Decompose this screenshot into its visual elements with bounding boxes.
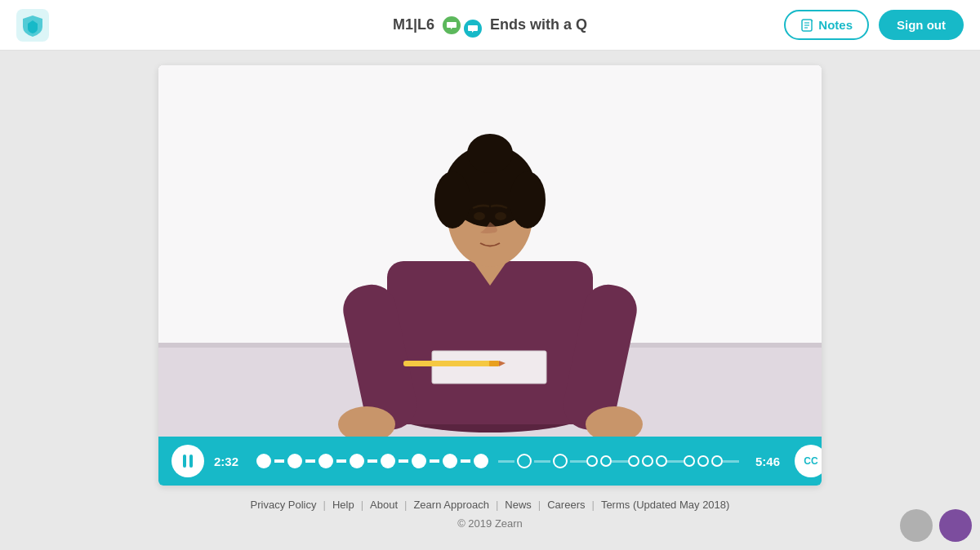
seg-3 bbox=[570, 460, 586, 463]
dot-connector-3 bbox=[336, 459, 346, 463]
dot-filled-4 bbox=[350, 454, 364, 468]
dot-filled-8 bbox=[474, 454, 488, 468]
dot-connector-6 bbox=[430, 459, 439, 463]
person-figure bbox=[158, 65, 822, 437]
pause-icon bbox=[183, 455, 193, 468]
seg-2 bbox=[534, 460, 550, 463]
signout-button[interactable]: Sign out bbox=[879, 10, 964, 40]
dot-connector-2 bbox=[305, 459, 315, 463]
lesson-code: M1|L6 bbox=[393, 16, 434, 33]
end-time: 5:46 bbox=[755, 455, 785, 468]
svg-point-19 bbox=[434, 171, 470, 228]
video-placeholder bbox=[158, 65, 822, 437]
seg-4 bbox=[612, 460, 628, 463]
empty-dot-1 bbox=[517, 454, 532, 468]
svg-rect-25 bbox=[489, 361, 499, 366]
footer-link-careers[interactable]: Careers bbox=[547, 499, 585, 511]
dot-filled-1 bbox=[256, 454, 271, 468]
dot-filled-3 bbox=[318, 454, 333, 468]
empty-dot-sm-1 bbox=[586, 455, 598, 467]
footer-sep-4: | bbox=[496, 499, 498, 511]
dot-connector-4 bbox=[368, 459, 377, 463]
footer-link-about[interactable]: About bbox=[370, 499, 398, 511]
header: M1|L6 Ends with a Q bbox=[0, 0, 980, 51]
pause-bar-left bbox=[183, 455, 186, 468]
footer-copyright: © 2019 Zearn bbox=[0, 517, 980, 530]
chat-icons bbox=[443, 16, 482, 34]
svg-point-22 bbox=[495, 212, 506, 220]
notes-label: Notes bbox=[818, 18, 853, 32]
current-time: 2:32 bbox=[214, 455, 243, 468]
dot-filled-7 bbox=[443, 454, 457, 468]
empty-dot-sm-6 bbox=[684, 455, 695, 467]
dot-filled-2 bbox=[287, 454, 302, 468]
header-center: M1|L6 Ends with a Q bbox=[393, 16, 587, 34]
triple-dot-group-2 bbox=[684, 455, 723, 467]
empty-dot-sm-2 bbox=[600, 455, 612, 467]
footer-link-approach[interactable]: Zearn Approach bbox=[413, 499, 489, 511]
seg-5 bbox=[667, 460, 684, 463]
header-left bbox=[16, 9, 49, 42]
footer-link-privacy[interactable]: Privacy Policy bbox=[251, 499, 317, 511]
circle-button-purple[interactable] bbox=[939, 509, 972, 542]
footer-sep-3: | bbox=[404, 499, 407, 511]
svg-point-21 bbox=[474, 212, 485, 220]
footer-links: Privacy Policy | Help | About | Zearn Ap… bbox=[0, 499, 980, 511]
dot-filled-5 bbox=[381, 454, 395, 468]
controls-bar: 2:32 bbox=[158, 437, 822, 486]
filled-dots-container bbox=[253, 454, 492, 468]
footer-sep-6: | bbox=[591, 499, 594, 511]
logo-icon bbox=[16, 9, 49, 42]
header-right: Notes Sign out bbox=[784, 10, 964, 40]
empty-dot-sm-5 bbox=[656, 455, 667, 467]
svg-point-18 bbox=[467, 134, 513, 173]
empty-dot-sm-7 bbox=[697, 455, 709, 467]
signout-label: Sign out bbox=[897, 18, 946, 32]
video-area[interactable] bbox=[158, 65, 822, 437]
video-wrapper: 2:32 bbox=[158, 65, 822, 486]
empty-dot-sm-3 bbox=[628, 455, 639, 467]
cc-label: CC bbox=[804, 455, 817, 467]
lesson-title: Ends with a Q bbox=[490, 16, 587, 33]
triple-dot-group-1 bbox=[628, 455, 667, 467]
empty-dot-2 bbox=[553, 454, 568, 468]
double-dot-group-1 bbox=[586, 455, 612, 467]
footer-link-help[interactable]: Help bbox=[332, 499, 354, 511]
footer: Privacy Policy | Help | About | Zearn Ap… bbox=[0, 486, 980, 536]
notes-icon bbox=[800, 19, 813, 32]
footer-link-terms[interactable]: Terms (Updated May 2018) bbox=[601, 499, 730, 511]
notes-button[interactable]: Notes bbox=[784, 10, 869, 40]
chat-bubble-green-icon bbox=[443, 16, 461, 34]
dot-filled-6 bbox=[412, 454, 426, 468]
main-content: 2:32 bbox=[0, 51, 980, 486]
bottom-circles bbox=[900, 509, 972, 542]
footer-link-news[interactable]: News bbox=[505, 499, 532, 511]
future-dots-container bbox=[492, 454, 746, 468]
circle-button-gray[interactable] bbox=[900, 509, 933, 542]
svg-rect-23 bbox=[432, 351, 546, 384]
pause-bar-right bbox=[189, 455, 193, 468]
dot-connector-7 bbox=[461, 459, 470, 463]
seg-1 bbox=[498, 460, 514, 463]
footer-sep-2: | bbox=[361, 499, 363, 511]
footer-sep-5: | bbox=[538, 499, 541, 511]
chat-bubble-teal-icon bbox=[464, 20, 482, 38]
cc-button[interactable]: CC bbox=[795, 445, 822, 477]
dot-connector-1 bbox=[274, 459, 284, 463]
empty-dot-sm-8 bbox=[711, 455, 723, 467]
svg-point-20 bbox=[510, 171, 546, 228]
seg-6 bbox=[723, 460, 739, 463]
dot-connector-5 bbox=[399, 459, 408, 463]
svg-rect-24 bbox=[403, 361, 493, 366]
footer-sep-1: | bbox=[323, 499, 326, 511]
empty-dot-sm-4 bbox=[642, 455, 653, 467]
play-pause-button[interactable] bbox=[172, 445, 204, 477]
progress-track[interactable] bbox=[253, 445, 746, 477]
